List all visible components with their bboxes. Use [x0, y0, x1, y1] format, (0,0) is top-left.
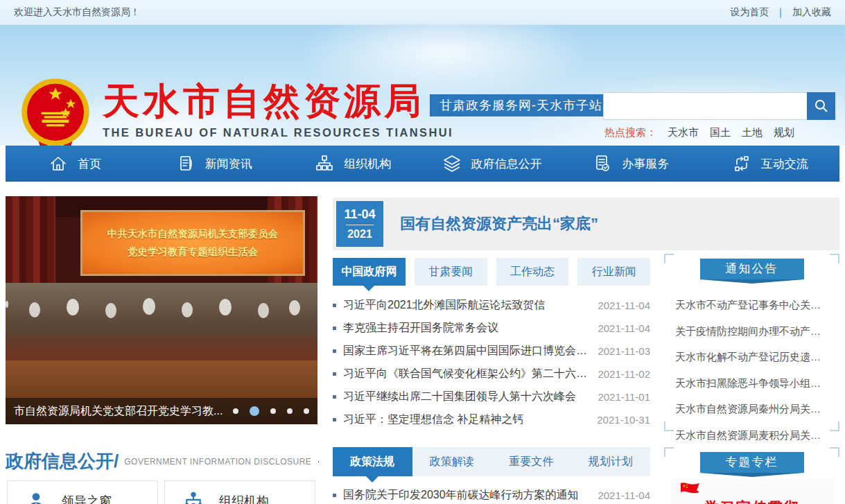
notice-item[interactable]: 天水市自然资源局麦积分局关于...: [675, 422, 828, 449]
special-banner-text: 学习宣传贯彻: [704, 498, 800, 504]
news-date: 2021-11-04: [598, 489, 650, 501]
national-emblem-icon: [18, 76, 93, 146]
panel-corner: [664, 447, 674, 457]
photo-banner-line1: 中共天水市自然资源局机关支部委员会: [107, 225, 279, 243]
gansu-portal-button[interactable]: 甘肃政务服务网-天水市子站: [430, 94, 612, 116]
news-row[interactable]: 李克强主持召开国务院常务会议 2021-11-04: [333, 317, 650, 340]
carousel-dot-1[interactable]: [233, 408, 238, 414]
hot-search-row: 热点搜索： 天水市 国土 土地 规划: [604, 126, 837, 139]
disclosure-cards: 领导之窗 组织机构: [7, 480, 320, 504]
bullet-square-icon: [333, 418, 336, 422]
tab-policy-regulations[interactable]: 政策法规: [333, 447, 412, 476]
section-divider-line: [318, 461, 319, 462]
news-row[interactable]: 国家主席习近平将在第四届中国国际进口博览会开幕... 2021-11-03: [333, 340, 650, 363]
home-icon: [49, 154, 68, 173]
news-title[interactable]: 李克强主持召开国务院常务会议: [343, 321, 589, 336]
tab-policy-interpretation[interactable]: 政策解读: [412, 447, 492, 476]
red-flag-icon: [677, 481, 703, 499]
nav-item-info-disclosure[interactable]: 政府信息公开: [423, 146, 562, 182]
tab-china-gov[interactable]: 中国政府网: [333, 258, 406, 286]
carousel-dot-5[interactable]: [304, 408, 309, 414]
news-date: 2021-11-02: [598, 368, 650, 380]
carousel-caption[interactable]: 市自然资源局机关党支部召开党史学习教...: [14, 404, 226, 419]
notice-panel-title[interactable]: 通知公告: [700, 259, 804, 279]
add-favorite-link[interactable]: 加入收藏: [792, 6, 831, 19]
card-label: 组织机构: [219, 493, 269, 504]
featured-headline: 11-04 2021 国有自然资源资产亮出“家底”: [333, 198, 839, 250]
main-nav: 首页 新闻资讯 组织机构 政府信息公开 办事服务: [6, 146, 839, 182]
news-row[interactable]: 习近平向2021北外滩国际航运论坛致贺信 2021-11-04: [333, 294, 650, 317]
bullet-square-icon: [333, 349, 336, 353]
special-banner[interactable]: 学习宣传贯彻: [671, 478, 833, 504]
hot-link-tudi[interactable]: 土地: [742, 126, 763, 139]
nav-label: 组织机构: [344, 156, 391, 172]
tab-important-documents[interactable]: 重要文件: [491, 447, 571, 476]
search-box: [603, 92, 835, 120]
notice-item[interactable]: 关于疫情防控期间办理不动产登...: [675, 318, 828, 345]
notice-item[interactable]: 天水市扫黑除恶斗争领导小组办...: [675, 370, 828, 397]
panel-corner: [664, 254, 674, 263]
nav-item-interaction[interactable]: 互动交流: [701, 146, 840, 182]
news-date: 2021-11-03: [598, 345, 650, 357]
news-date: 2021-10-31: [597, 414, 650, 426]
tab-industry-news[interactable]: 行业新闻: [577, 258, 650, 286]
notice-item[interactable]: 天水市自然资源局秦州分局关于...: [675, 396, 828, 422]
nav-item-organization[interactable]: 组织机构: [284, 146, 423, 182]
nav-item-home[interactable]: 首页: [6, 146, 145, 182]
search-button[interactable]: [807, 92, 835, 120]
photo-carousel[interactable]: 中共天水市自然资源局机关支部委员会 党史学习教育专题组织生活会 市自然资源局机关…: [6, 196, 317, 424]
search-input[interactable]: [603, 92, 807, 120]
nav-item-services[interactable]: 办事服务: [561, 146, 701, 182]
nav-label: 政府信息公开: [471, 156, 542, 172]
carousel-dot-4[interactable]: [287, 408, 293, 414]
notice-item[interactable]: 天水市不动产登记事务中心关于...: [675, 292, 828, 318]
carousel-dot-2[interactable]: [250, 406, 259, 416]
panel-corner: [830, 422, 839, 431]
notice-item[interactable]: 天水市化解不动产登记历史遗留...: [675, 344, 828, 370]
topbar-divider: ｜: [776, 6, 785, 19]
news-title[interactable]: 习近平向2021北外滩国际航运论坛致贺信: [343, 298, 589, 313]
disclosure-title-cn: 政府信息公开/: [6, 449, 119, 473]
site-subtitle: THE BUREAU OF NATURAL RESOURCES TIANSHUI: [103, 126, 453, 139]
news-title[interactable]: 习近平向《联合国气候变化框架公约》第二十六次缔...: [343, 367, 589, 381]
news-icon: [176, 154, 195, 173]
news-title[interactable]: 习近平：坚定理想信念 补足精神之钙: [343, 412, 589, 427]
carousel-dot-3[interactable]: [270, 408, 276, 414]
tab-gansu-news[interactable]: 甘肃要闻: [415, 258, 487, 286]
nav-label: 首页: [78, 156, 101, 172]
hot-link-guihua[interactable]: 规划: [774, 126, 794, 139]
tab-work-dynamics[interactable]: 工作动态: [496, 258, 569, 286]
news-row[interactable]: 习近平：坚定理想信念 补足精神之钙 2021-10-31: [333, 408, 650, 431]
policy-news-row[interactable]: 国务院关于印发2030年前碳达峰行动方案的通知 2021-11-04: [333, 484, 650, 504]
card-label: 领导之窗: [62, 493, 112, 504]
carousel-dots: [233, 406, 309, 416]
date-divider: [346, 225, 374, 225]
org-chart-icon: [315, 154, 334, 173]
featured-date-badge: 11-04 2021: [336, 201, 383, 247]
search-icon: [814, 98, 829, 114]
card-organization[interactable]: 组织机构: [164, 480, 315, 504]
news-date: 2021-11-04: [598, 299, 650, 311]
hot-link-tianshui[interactable]: 天水市: [668, 126, 699, 139]
page: 欢迎进入天水市自然资源局！ 设为首页 ｜ 加入收藏: [0, 0, 845, 504]
set-home-link[interactable]: 设为首页: [730, 6, 769, 19]
tab-planning[interactable]: 规划计划: [571, 447, 651, 476]
card-leader-window[interactable]: 领导之窗: [7, 480, 158, 504]
nav-item-news[interactable]: 新闻资讯: [145, 146, 284, 182]
special-panel-title[interactable]: 专题专栏: [700, 452, 804, 473]
bullet-square-icon: [333, 494, 336, 497]
doc-check-icon: [593, 154, 612, 173]
news-title[interactable]: 国务院关于印发2030年前碳达峰行动方案的通知: [343, 488, 589, 503]
news-title[interactable]: 习近平继续出席二十国集团领导人第十六次峰会: [343, 390, 589, 404]
nav-label: 新闻资讯: [205, 156, 252, 172]
nav-label: 互动交流: [761, 156, 808, 172]
panel-corner: [664, 422, 674, 431]
featured-title-link[interactable]: 国有自然资源资产亮出“家底”: [400, 214, 598, 234]
news-row[interactable]: 习近平向《联合国气候变化框架公约》第二十六次缔... 2021-11-02: [333, 363, 650, 385]
panel-corner: [830, 254, 839, 263]
news-row[interactable]: 习近平继续出席二十国集团领导人第十六次峰会 2021-11-01: [333, 385, 650, 408]
hot-link-guotu[interactable]: 国土: [710, 126, 731, 139]
news-title[interactable]: 国家主席习近平将在第四届中国国际进口博览会开幕...: [343, 344, 589, 358]
exchange-arrows-icon: [732, 154, 751, 173]
layers-icon: [442, 154, 462, 173]
